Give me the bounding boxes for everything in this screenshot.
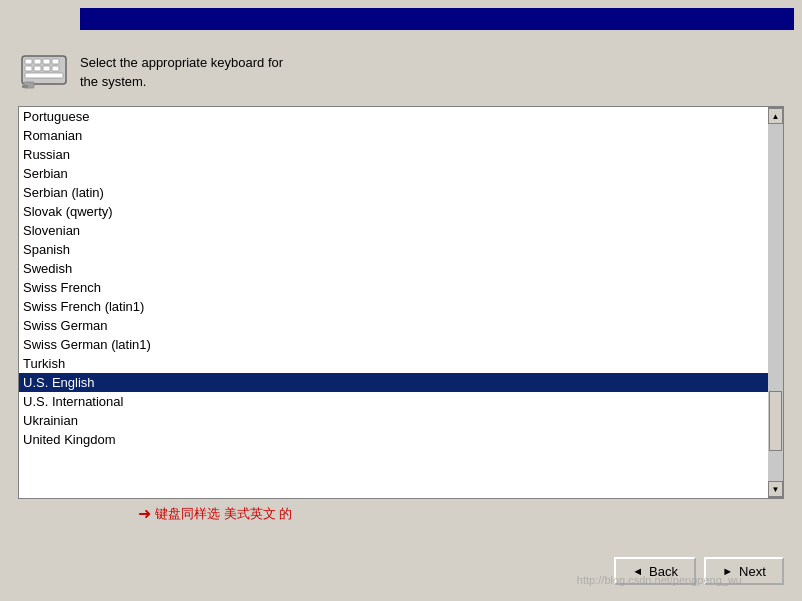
list-item[interactable]: Serbian <box>19 164 768 183</box>
list-item[interactable]: U.S. English <box>19 373 768 392</box>
list-item[interactable]: United Kingdom <box>19 430 768 449</box>
list-item[interactable]: Ukrainian <box>19 411 768 430</box>
annotation-text: 键盘同样选 美式英文 的 <box>155 505 292 523</box>
next-label: Next <box>739 564 766 579</box>
list-item[interactable]: Swiss French (latin1) <box>19 297 768 316</box>
header-section: Select the appropriate keyboard forthe s… <box>8 38 794 106</box>
watermark: http://blog.csdn.net/pengpeng_wu <box>577 574 742 586</box>
list-item[interactable]: Swiss French <box>19 278 768 297</box>
main-container: Select the appropriate keyboard forthe s… <box>8 38 794 593</box>
list-item[interactable]: Russian <box>19 145 768 164</box>
svg-rect-11 <box>22 85 28 88</box>
list-item[interactable]: Portuguese <box>19 107 768 126</box>
svg-rect-9 <box>25 73 63 78</box>
list-item[interactable]: Spanish <box>19 240 768 259</box>
list-scroll[interactable]: PortugueseRomanianRussianSerbianSerbian … <box>19 107 768 498</box>
svg-rect-6 <box>34 66 41 71</box>
svg-rect-3 <box>43 59 50 64</box>
list-item[interactable]: Slovenian <box>19 221 768 240</box>
list-item[interactable]: Swedish <box>19 259 768 278</box>
footer-section: ◄ Back ► Next <box>8 549 794 593</box>
list-container: PortugueseRomanianRussianSerbianSerbian … <box>18 106 784 499</box>
annotation-area: ➜ 键盘同样选 美式英文 的 <box>18 499 784 549</box>
list-item[interactable]: U.S. International <box>19 392 768 411</box>
svg-rect-4 <box>52 59 59 64</box>
scroll-thumb[interactable] <box>769 391 782 451</box>
list-item[interactable]: Swiss German <box>19 316 768 335</box>
scroll-track[interactable] <box>768 124 783 481</box>
list-item[interactable]: Swiss German (latin1) <box>19 335 768 354</box>
arrow-icon: ➜ <box>138 504 151 523</box>
header-text: Select the appropriate keyboard forthe s… <box>80 53 283 92</box>
list-item[interactable]: Turkish <box>19 354 768 373</box>
svg-rect-8 <box>52 66 59 71</box>
svg-rect-1 <box>25 59 32 64</box>
top-progress-bar <box>80 8 794 30</box>
list-item[interactable]: Romanian <box>19 126 768 145</box>
annotation: ➜ 键盘同样选 美式英文 的 <box>138 504 292 523</box>
scroll-down-btn[interactable]: ▼ <box>768 481 783 497</box>
svg-rect-7 <box>43 66 50 71</box>
svg-rect-2 <box>34 59 41 64</box>
keyboard-icon <box>20 48 68 96</box>
scrollbar: ▲ ▼ <box>768 107 784 498</box>
list-item[interactable]: Slovak (qwerty) <box>19 202 768 221</box>
svg-rect-5 <box>25 66 32 71</box>
list-item[interactable]: Serbian (latin) <box>19 183 768 202</box>
scroll-up-btn[interactable]: ▲ <box>768 108 783 124</box>
